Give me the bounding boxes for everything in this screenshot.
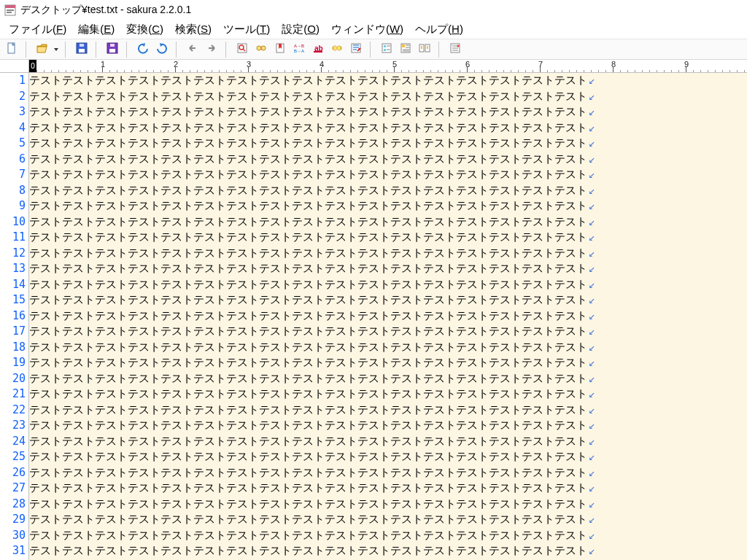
line-number[interactable]: 3 <box>0 104 26 120</box>
line-text[interactable]: テストテストテストテストテストテストテストテストテストテストテストテストテストテ… <box>29 198 587 214</box>
text-line[interactable]: テストテストテストテストテストテストテストテストテストテストテストテストテストテ… <box>29 104 747 120</box>
line-text[interactable]: テストテストテストテストテストテストテストテストテストテストテストテストテストテ… <box>29 371 587 387</box>
line-number[interactable]: 28 <box>0 497 26 513</box>
horizontal-ruler[interactable]: 0123456789 <box>29 60 747 72</box>
text-line[interactable]: テストテストテストテストテストテストテストテストテストテストテストテストテストテ… <box>29 528 747 544</box>
line-text[interactable]: テストテストテストテストテストテストテストテストテストテストテストテストテストテ… <box>29 402 587 419</box>
text-line[interactable]: テストテストテストテストテストテストテストテストテストテストテストテストテストテ… <box>29 167 747 183</box>
text-line[interactable]: テストテストテストテストテストテストテストテストテストテストテストテストテストテ… <box>29 136 747 152</box>
outline-button[interactable] <box>378 42 395 58</box>
menu-h[interactable]: ヘルプ(H) <box>409 21 469 38</box>
line-text[interactable]: テストテストテストテストテストテストテストテストテストテストテストテストテストテ… <box>29 386 587 402</box>
line-number[interactable]: 22 <box>0 402 26 419</box>
compare-button[interactable] <box>416 42 433 58</box>
line-number[interactable]: 4 <box>0 120 26 136</box>
line-number[interactable]: 29 <box>0 512 26 528</box>
text-line[interactable]: テストテストテストテストテストテストテストテストテストテストテストテストテストテ… <box>29 418 747 434</box>
highlight-button[interactable] <box>328 42 346 58</box>
text-line[interactable]: テストテストテストテストテストテストテストテストテストテストテストテストテストテ… <box>29 543 747 559</box>
line-text[interactable]: テストテストテストテストテストテストテストテストテストテストテストテストテストテ… <box>29 214 587 230</box>
line-text[interactable]: テストテストテストテストテストテストテストテストテストテストテストテストテストテ… <box>29 73 587 89</box>
menu-s[interactable]: 検索(S) <box>169 21 217 38</box>
line-text[interactable]: テストテストテストテストテストテストテストテストテストテストテストテストテストテ… <box>29 418 587 434</box>
text-line[interactable]: テストテストテストテストテストテストテストテストテストテストテストテストテストテ… <box>29 355 747 371</box>
line-text[interactable]: テストテストテストテストテストテストテストテストテストテストテストテストテストテ… <box>29 246 587 262</box>
save-all-button[interactable] <box>104 42 121 58</box>
new-file-button[interactable] <box>3 42 20 58</box>
line-number[interactable]: 19 <box>0 355 26 371</box>
line-number[interactable]: 5 <box>0 136 26 152</box>
mark-button[interactable]: ab <box>309 42 327 58</box>
line-number[interactable]: 27 <box>0 481 26 497</box>
line-text[interactable]: テストテストテストテストテストテストテストテストテストテストテストテストテストテ… <box>29 167 587 183</box>
line-text[interactable]: テストテストテストテストテストテストテストテストテストテストテストテストテストテ… <box>29 543 587 559</box>
text-line[interactable]: テストテストテストテストテストテストテストテストテストテストテストテストテストテ… <box>29 481 747 497</box>
line-text[interactable]: テストテストテストテストテストテストテストテストテストテストテストテストテストテ… <box>29 449 587 465</box>
save-button[interactable] <box>73 42 90 58</box>
line-number[interactable]: 25 <box>0 449 26 465</box>
text-line[interactable]: テストテストテストテストテストテストテストテストテストテストテストテストテストテ… <box>29 246 747 262</box>
line-number[interactable]: 13 <box>0 261 26 277</box>
line-number[interactable]: 2 <box>0 89 26 105</box>
text-line[interactable]: テストテストテストテストテストテストテストテストテストテストテストテストテストテ… <box>29 183 747 199</box>
text-line[interactable]: テストテストテストテストテストテストテストテストテストテストテストテストテストテ… <box>29 152 747 168</box>
text-line[interactable]: テストテストテストテストテストテストテストテストテストテストテストテストテストテ… <box>29 449 747 465</box>
line-number[interactable]: 20 <box>0 371 26 387</box>
line-text[interactable]: テストテストテストテストテストテストテストテストテストテストテストテストテストテ… <box>29 355 587 371</box>
line-number[interactable]: 18 <box>0 340 26 356</box>
line-number[interactable]: 14 <box>0 277 26 293</box>
text-line[interactable]: テストテストテストテストテストテストテストテストテストテストテストテストテストテ… <box>29 324 747 340</box>
line-text[interactable]: テストテストテストテストテストテストテストテストテストテストテストテストテストテ… <box>29 261 587 277</box>
text-line[interactable]: テストテストテストテストテストテストテストテストテストテストテストテストテストテ… <box>29 308 747 324</box>
line-text[interactable]: テストテストテストテストテストテストテストテストテストテストテストテストテストテ… <box>29 481 587 497</box>
line-text[interactable]: テストテストテストテストテストテストテストテストテストテストテストテストテストテ… <box>29 528 587 544</box>
line-text[interactable]: テストテストテストテストテストテストテストテストテストテストテストテストテストテ… <box>29 434 587 450</box>
text-line[interactable]: テストテストテストテストテストテストテストテストテストテストテストテストテストテ… <box>29 340 747 356</box>
line-text[interactable]: テストテストテストテストテストテストテストテストテストテストテストテストテストテ… <box>29 292 587 308</box>
text-line[interactable]: テストテストテストテストテストテストテストテストテストテストテストテストテストテ… <box>29 73 747 89</box>
find-next-button[interactable] <box>252 42 270 58</box>
undo-button[interactable] <box>134 42 152 58</box>
forward-button[interactable] <box>203 42 220 58</box>
line-text[interactable]: テストテストテストテストテストテストテストテストテストテストテストテストテストテ… <box>29 120 587 136</box>
line-number[interactable]: 30 <box>0 528 26 544</box>
line-number[interactable]: 21 <box>0 386 26 402</box>
text-line[interactable]: テストテストテストテストテストテストテストテストテストテストテストテストテストテ… <box>29 230 747 246</box>
line-number[interactable]: 23 <box>0 418 26 434</box>
line-text[interactable]: テストテストテストテストテストテストテストテストテストテストテストテストテストテ… <box>29 324 587 340</box>
line-text[interactable]: テストテストテストテストテストテストテストテストテストテストテストテストテストテ… <box>29 465 587 481</box>
menu-w[interactable]: ウィンドウ(W) <box>325 21 409 38</box>
line-number-gutter[interactable]: 1234567891011121314151617181920212223242… <box>0 73 29 560</box>
open-recent-dropdown[interactable] <box>53 44 60 55</box>
line-number[interactable]: 26 <box>0 465 26 481</box>
line-text[interactable]: テストテストテストテストテストテストテストテストテストテストテストテストテストテ… <box>29 183 587 199</box>
line-number[interactable]: 12 <box>0 246 26 262</box>
menu-o[interactable]: 設定(O) <box>276 21 325 38</box>
menu-f[interactable]: ファイル(F) <box>3 21 72 38</box>
line-text[interactable]: テストテストテストテストテストテストテストテストテストテストテストテストテストテ… <box>29 340 587 356</box>
text-line[interactable]: テストテストテストテストテストテストテストテストテストテストテストテストテストテ… <box>29 386 747 402</box>
line-number[interactable]: 11 <box>0 230 26 246</box>
text-line[interactable]: テストテストテストテストテストテストテストテストテストテストテストテストテストテ… <box>29 465 747 481</box>
text-line[interactable]: テストテストテストテストテストテストテストテストテストテストテストテストテストテ… <box>29 120 747 136</box>
menu-e[interactable]: 編集(E) <box>72 21 120 38</box>
text-line[interactable]: テストテストテストテストテストテストテストテストテストテストテストテストテストテ… <box>29 434 747 450</box>
line-text[interactable]: テストテストテストテストテストテストテストテストテストテストテストテストテストテ… <box>29 89 587 105</box>
text-line[interactable]: テストテストテストテストテストテストテストテストテストテストテストテストテストテ… <box>29 261 747 277</box>
text-line[interactable]: テストテストテストテストテストテストテストテストテストテストテストテストテストテ… <box>29 89 747 105</box>
line-number[interactable]: 7 <box>0 167 26 183</box>
text-line[interactable]: テストテストテストテストテストテストテストテストテストテストテストテストテストテ… <box>29 214 747 230</box>
jump-button[interactable] <box>347 42 365 58</box>
text-line[interactable]: テストテストテストテストテストテストテストテストテストテストテストテストテストテ… <box>29 512 747 528</box>
text-line[interactable]: テストテストテストテストテストテストテストテストテストテストテストテストテストテ… <box>29 402 747 419</box>
line-text[interactable]: テストテストテストテストテストテストテストテストテストテストテストテストテストテ… <box>29 136 587 152</box>
line-number[interactable]: 16 <box>0 308 26 324</box>
type-list-button[interactable] <box>397 42 414 58</box>
line-text[interactable]: テストテストテストテストテストテストテストテストテストテストテストテストテストテ… <box>29 230 587 246</box>
redo-button[interactable] <box>153 42 171 58</box>
text-editor[interactable]: テストテストテストテストテストテストテストテストテストテストテストテストテストテ… <box>29 73 747 560</box>
text-line[interactable]: テストテストテストテストテストテストテストテストテストテストテストテストテストテ… <box>29 198 747 214</box>
line-number[interactable]: 24 <box>0 434 26 450</box>
menu-t[interactable]: ツール(T) <box>217 21 276 38</box>
replace-button[interactable]: A→BB→A <box>290 42 308 58</box>
